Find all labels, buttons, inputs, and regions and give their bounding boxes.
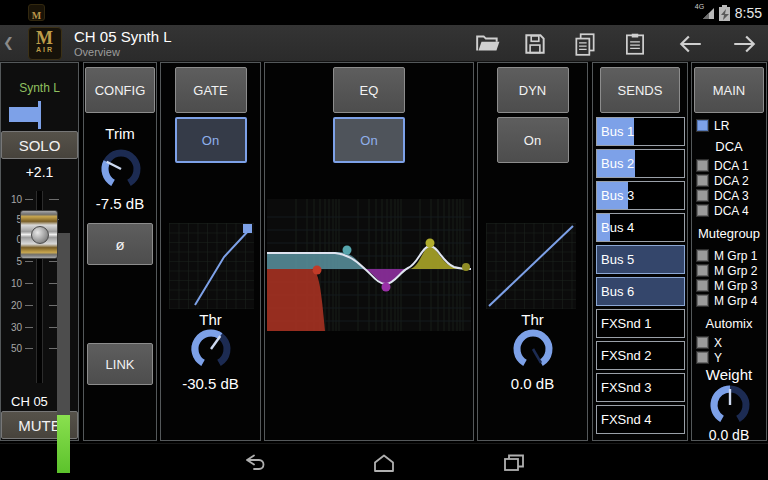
automix-x-toggle[interactable]: X [696,336,764,350]
trim-knob[interactable] [99,147,143,191]
channel-strip-panel: Synth L SOLO +2.1 10 5 0 5 10 20 30 50 C… [0,62,79,441]
checkbox[interactable] [696,174,709,187]
fader-scale-mark: 50 [5,343,61,354]
link-button[interactable]: LINK [87,343,153,385]
checkbox[interactable] [696,264,709,277]
dyn-tab-button[interactable]: DYN [497,67,569,113]
fader-scale-mark: 10 [5,194,61,205]
pan-position-marker [38,101,41,129]
app-notification-icon: M [28,4,45,21]
send-fx-1[interactable]: FXSnd 1 [596,309,685,338]
main-assign-section: MAIN LR DCA DCA 1 DCA 2 DCA 3 DCA 4 Mute… [691,62,767,441]
battery-charging-icon [719,5,730,21]
channel-number: CH 05 [11,394,48,409]
lr-assign-toggle[interactable]: LR [696,119,764,133]
gate-transfer-graph[interactable] [169,223,254,309]
mutegroup-4-toggle[interactable]: M Grp 4 [696,294,764,308]
eq-tab-button[interactable]: EQ [333,67,405,113]
checkbox-label: M Grp 3 [714,279,757,293]
mutegroup-3-toggle[interactable]: M Grp 3 [696,279,764,293]
channel-name: Synth L [1,81,78,95]
dynamics-section: DYN On Thr 0.0 dB [477,62,588,441]
checkbox[interactable] [696,249,709,262]
checkbox-label: M Grp 2 [714,264,757,278]
config-tab-button[interactable]: CONFIG [85,67,155,113]
eq-on-toggle[interactable]: On [333,117,405,163]
gate-curve-handle[interactable] [243,224,252,233]
send-bus-6[interactable]: Bus 6 [596,277,685,306]
phase-invert-button[interactable]: ø [87,223,153,265]
dyn-threshold-knob[interactable] [511,327,555,371]
save-scene-button[interactable] [522,31,548,57]
arrow-right-icon [731,31,757,57]
send-fx-3[interactable]: FXSnd 3 [596,373,685,402]
up-navigation-chevron-icon[interactable]: ❮ [3,35,14,50]
send-bus-1[interactable]: Bus 1 [596,117,685,146]
save-icon [522,31,548,57]
app-logo[interactable]: M AIR [28,27,62,60]
send-bus-2[interactable]: Bus 2 [596,149,685,178]
paste-button[interactable] [622,31,648,57]
next-channel-button[interactable] [731,31,757,57]
compressor-transfer-graph[interactable] [486,223,576,309]
dca-1-toggle[interactable]: DCA 1 [696,159,764,173]
checkbox[interactable] [696,204,709,217]
checkbox[interactable] [696,189,709,202]
send-bus-5[interactable]: Bus 5 [596,245,685,274]
pan-slider[interactable] [9,101,49,131]
folder-open-icon [475,31,501,57]
arrow-left-icon [678,31,704,57]
automix-y-toggle[interactable]: Y [696,351,764,365]
checkbox[interactable] [696,119,709,132]
eq-curve-graph[interactable] [267,199,471,331]
nav-back-button[interactable] [223,449,287,477]
checkbox[interactable] [696,294,709,307]
send-bus-3[interactable]: Bus 3 [596,181,685,210]
gate-threshold-knob[interactable] [189,327,233,371]
fader-gain-value: +2.1 [1,164,78,180]
weight-knob[interactable] [708,383,752,427]
eq-band3-handle[interactable] [382,283,391,292]
paste-icon [622,31,648,57]
main-tab-button[interactable]: MAIN [694,67,764,113]
fader-handle[interactable] [20,210,58,259]
gate-tab-button[interactable]: GATE [175,67,247,113]
level-meter [57,233,70,473]
checkbox[interactable] [696,159,709,172]
checkbox-label: DCA 1 [714,159,749,173]
send-fx-2[interactable]: FXSnd 2 [596,341,685,370]
dyn-threshold-label: Thr [478,311,587,328]
mutegroup-header: Mutegroup [692,226,766,241]
checkbox-label: DCA 3 [714,189,749,203]
nav-home-button[interactable] [352,449,416,477]
eq-band4-handle[interactable] [426,239,435,248]
eq-band1-handle[interactable] [313,266,322,275]
fader-scale-mark: 20 [5,300,61,311]
eq-band2-handle[interactable] [343,246,352,255]
fader-scale-mark: 10 [5,278,61,289]
open-scene-button[interactable] [475,31,501,57]
solo-button[interactable]: SOLO [1,131,78,159]
dca-4-toggle[interactable]: DCA 4 [696,204,764,218]
copy-button[interactable] [572,31,598,57]
gate-on-toggle[interactable]: On [175,117,247,163]
dyn-on-toggle[interactable]: On [497,117,569,163]
eq-band5-handle[interactable] [462,263,470,271]
page-subtitle: Overview [74,46,172,58]
sends-tab-button[interactable]: SENDS [600,67,680,113]
checkbox-label: M Grp 1 [714,249,757,263]
checkbox[interactable] [696,351,709,364]
checkbox[interactable] [696,279,709,292]
send-fx-4[interactable]: FXSnd 4 [596,405,685,434]
pan-level-bar [9,107,39,122]
send-bus-4[interactable]: Bus 4 [596,213,685,242]
dca-2-toggle[interactable]: DCA 2 [696,174,764,188]
mutegroup-1-toggle[interactable]: M Grp 1 [696,249,764,263]
level-meter-fill [57,415,70,473]
mutegroup-2-toggle[interactable]: M Grp 2 [696,264,764,278]
nav-recents-button[interactable] [482,449,546,477]
checkbox[interactable] [696,336,709,349]
prev-channel-button[interactable] [678,31,704,57]
dca-group-header: DCA [692,139,766,154]
dca-3-toggle[interactable]: DCA 3 [696,189,764,203]
